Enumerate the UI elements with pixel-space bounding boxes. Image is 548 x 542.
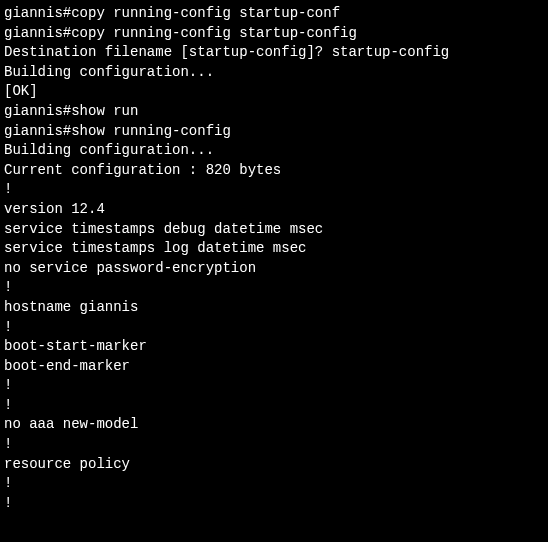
terminal-line: Building configuration... — [4, 63, 544, 83]
terminal-line: Current configuration : 820 bytes — [4, 161, 544, 181]
terminal-line: giannis#copy running-config startup-conf… — [4, 24, 544, 44]
terminal-line: ! — [4, 474, 544, 494]
terminal-line: [OK] — [4, 82, 544, 102]
terminal-line: resource policy — [4, 455, 544, 475]
terminal-line: ! — [4, 494, 544, 514]
terminal-line: hostname giannis — [4, 298, 544, 318]
terminal-line: ! — [4, 180, 544, 200]
terminal-line: no aaa new-model — [4, 415, 544, 435]
terminal-line: ! — [4, 435, 544, 455]
terminal-output[interactable]: giannis#copy running-config startup-conf… — [4, 4, 544, 513]
terminal-line: Destination filename [startup-config]? s… — [4, 43, 544, 63]
terminal-line: no service password-encryption — [4, 259, 544, 279]
terminal-line: service timestamps debug datetime msec — [4, 220, 544, 240]
terminal-line: ! — [4, 396, 544, 416]
terminal-line: ! — [4, 278, 544, 298]
terminal-line: giannis#show running-config — [4, 122, 544, 142]
terminal-line: ! — [4, 376, 544, 396]
terminal-line: service timestamps log datetime msec — [4, 239, 544, 259]
terminal-line: boot-end-marker — [4, 357, 544, 377]
terminal-line: giannis#copy running-config startup-conf — [4, 4, 544, 24]
terminal-line: boot-start-marker — [4, 337, 544, 357]
terminal-line: ! — [4, 318, 544, 338]
terminal-line: Building configuration... — [4, 141, 544, 161]
terminal-line: version 12.4 — [4, 200, 544, 220]
terminal-line: giannis#show run — [4, 102, 544, 122]
